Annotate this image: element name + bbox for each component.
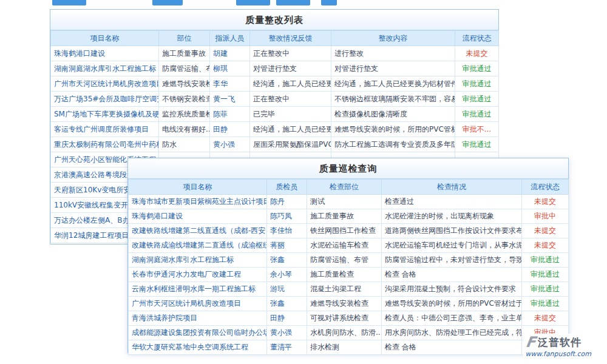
data-cell: 余小琴	[267, 268, 307, 282]
data-cell: 对管进行垫支	[250, 61, 331, 76]
data-cell: 难燃导线安装的时候，所用的PVC管材过于软...	[331, 122, 455, 137]
table-row[interactable]: 珠海鹤港口建设陈巧凤施工质量事故水泥砼灌注的时候，出现离析现象审批中	[129, 209, 569, 224]
fanpu-logo: F 泛普软件 www.fanpusoft.com	[523, 334, 594, 359]
data-cell: 柳琪	[210, 61, 250, 76]
status-cell: 审批中	[522, 209, 569, 224]
table-row[interactable]: 湖南洞庭湖水库引水工程施工标张鑫防腐管运输、布管防腐管运输过程中，未对管进行垫支…	[129, 253, 569, 268]
inspection-table: 项目名称质检员检查部位检查情况流程状态 珠海市城市更新项目紫榈苑业主点设计项目陈…	[128, 179, 569, 355]
data-cell: 防水工程施工选调有专业资质及多年防水工程...	[331, 137, 455, 152]
table-row[interactable]: 客运专线广州调度所装修项目电线没有捆好...田静经沟通，施工人员已经更换...难…	[51, 122, 499, 137]
table-row[interactable]: 广州市天河区统计局机房改造项目张鑫难燃导线安装检查难燃导线安装的时候，所用的PV…	[129, 297, 569, 311]
data-cell: 水泥砼灌注的时候，出现离析现象	[382, 209, 522, 224]
data-cell: 水泥砼运输车检查	[307, 238, 382, 253]
column-header: 部位	[159, 31, 210, 46]
data-cell: 道路两侧铁丝网围挡工作按设计文件要求布置...	[382, 224, 522, 238]
data-cell: 董清平	[267, 340, 307, 355]
table-row[interactable]: 成都能源建设集团投资有限公司临时办公场所黄小强水机房间防水、防滑...用水房间防…	[129, 326, 569, 340]
data-cell: 测试	[307, 195, 382, 209]
inspection-window-title: 质量巡检查询	[128, 158, 568, 179]
table-row[interactable]: 改建铁路成渝线增建第二直通线（成渝枢纽）蒋丽水泥砼运输车检查水泥砼运输车司机经过…	[129, 238, 569, 253]
status-cell: 审批通过	[455, 107, 499, 122]
project-name-cell[interactable]: 改建铁路成渝线增建第二直通线（成渝枢纽）	[129, 238, 267, 253]
data-cell: 游玩	[267, 282, 307, 297]
column-header: 流程状态	[455, 31, 499, 46]
data-cell: 排水检测	[307, 340, 382, 355]
table-row[interactable]: 广州市天河区统计局机房改造项目难燃导线安装检查李华经沟通，施工人员已经更换...…	[51, 76, 499, 92]
table-row[interactable]: 万达广场35#会所及咖啡厅空调安装工程不锈钢安装检查黄一飞正在整改中不锈钢边框玻…	[51, 92, 499, 107]
project-name-cell[interactable]: 长春市伊通河水力发电厂改建工程	[129, 268, 267, 282]
project-name-cell[interactable]: 万达广场35#会所及咖啡厅空调安装工程	[51, 92, 159, 107]
table-row[interactable]: 改建铁路线增建第二线直通线（成都-西安）电...李佳怡铁丝网围挡工作检查道路两侧…	[129, 224, 569, 238]
data-cell: 不锈钢边框玻璃隔断安装不牢固，容易松动且...	[331, 92, 455, 107]
project-name-cell[interactable]: 重庆太极制药有限公司亳州中药材仓储...	[51, 137, 159, 152]
inspection-query-window: 质量巡检查询 项目名称质检员检查部位检查情况流程状态 珠海市城市更新项目紫榈苑业…	[127, 158, 569, 353]
status-cell: 未提交	[522, 311, 569, 326]
data-cell: 难燃导线安装的时候，所用的PVC管材过于软...	[382, 297, 522, 311]
logo-url[interactable]: www.fanpusoft.com	[526, 350, 591, 358]
data-cell: 检查摄像机图像清晰度	[331, 107, 455, 122]
data-cell: 进行整改	[331, 46, 455, 61]
toolbar-button-fragment[interactable]	[52, 0, 86, 5]
toolbar-button-fragment[interactable]	[236, 0, 270, 5]
data-cell: 经沟通，施工人员已经更换...	[250, 122, 331, 137]
table-row[interactable]: 珠海市城市更新项目紫榈苑业主点设计项目陈丹测试检查通过未提交	[129, 195, 569, 209]
toolbar-button-fragment[interactable]	[152, 0, 183, 5]
table-row[interactable]: 长春市伊通河水力发电厂改建工程余小琴施工质量检查检查 合格审批通过	[129, 268, 569, 282]
project-name-cell[interactable]: 珠海鹤港口建设	[51, 46, 159, 61]
table-row[interactable]: 珠海鹤港口建设施工质量事故胡建正在整改中进行整改未提交	[51, 46, 499, 61]
toolbar-button-fragment[interactable]	[321, 0, 337, 5]
project-name-cell[interactable]: 湖南洞庭湖水库引水工程施工标	[129, 253, 267, 268]
project-name-cell[interactable]: 云南水利枢纽潜明水库一期工程施工标	[129, 282, 267, 297]
data-cell: 施工质量事故	[307, 209, 382, 224]
status-cell: 审批通过	[522, 282, 569, 297]
data-cell: 电线没有捆好...	[159, 122, 210, 137]
data-cell: 黄小强	[210, 137, 250, 152]
status-cell: 未提交	[522, 224, 569, 238]
column-header: 指派人员	[210, 31, 250, 46]
project-name-cell[interactable]: 青海洪城养护院项目	[129, 311, 267, 326]
project-name-cell[interactable]: 客运专线广州调度所装修项目	[51, 122, 159, 137]
logo-f-icon: F	[524, 335, 537, 349]
table-row[interactable]: 青海洪城养护院项目田静可视对讲系统检查检查人员：中德公司王彦强、李奇，业主单位.…	[129, 311, 569, 326]
data-cell: 防腐管运输过程中，未对管进行垫支，导致管...	[382, 253, 522, 268]
column-header: 项目名称	[51, 31, 159, 46]
status-cell: 审批通过	[455, 61, 499, 76]
data-cell: 水泥砼运输车司机经过专门培训，从事水泥罐...	[382, 238, 522, 253]
rectification-window-title: 质量整改列表	[50, 10, 498, 30]
project-name-cell[interactable]: 成都能源建设集团投资有限公司临时办公场所	[129, 326, 267, 340]
table-row[interactable]: 重庆太极制药有限公司亳州中药材仓储...防水黄小强屋面采用聚氨酯保温PVC卷材.…	[51, 137, 499, 152]
data-cell: 屋面采用聚氨酯保温PVC卷材...	[250, 137, 331, 152]
status-cell: 审批通过	[522, 268, 569, 282]
table-row[interactable]: 华软大厦研究基地中央空调系统工程董清平排水检测检查 合格审批通过	[129, 340, 569, 355]
project-name-cell[interactable]: 广州市天河区统计局机房改造项目	[51, 76, 159, 92]
project-name-cell[interactable]: 改建铁路线增建第二线直通线（成都-西安）电...	[129, 224, 267, 238]
status-cell: 未提交	[522, 195, 569, 209]
project-name-cell[interactable]: 珠海鹤港口建设	[129, 209, 267, 224]
data-cell: 张鑫	[267, 253, 307, 268]
status-cell: 审批通过	[455, 137, 499, 152]
data-cell: 检查人员：中德公司王彦强、李奇，业主单位...	[382, 311, 522, 326]
data-cell: 张鑫	[267, 297, 307, 311]
project-name-cell[interactable]: 湖南洞庭湖水库引水工程施工标	[51, 61, 159, 76]
data-cell: 经沟通，施工人员已经更换为铝材管件。	[331, 76, 455, 92]
project-name-cell[interactable]: 广州市天河区统计局机房改造项目	[129, 297, 267, 311]
toolbar-button-fragment[interactable]	[276, 0, 310, 5]
column-header: 检查部位	[307, 180, 382, 195]
column-header: 整改内容	[331, 31, 455, 46]
project-name-cell[interactable]: 珠海市城市更新项目紫榈苑业主点设计项目	[129, 195, 267, 209]
data-cell: 混凝土沟渠工程	[307, 282, 382, 297]
data-cell: 经沟通，施工人员已经更换...	[250, 76, 331, 92]
data-cell: 陈巧凤	[267, 209, 307, 224]
data-cell: 正在整改中	[250, 92, 331, 107]
status-cell: 审批不...	[455, 122, 499, 137]
table-row[interactable]: 云南水利枢纽潜明水库一期工程施工标游玩混凝土沟渠工程沟渠采用混凝土预制，符合设计…	[129, 282, 569, 297]
project-name-cell[interactable]: SM广场地下车库更换摄像机及硬盘项目	[51, 107, 159, 122]
data-cell: 陈丹	[267, 195, 307, 209]
rectification-header-row: 项目名称部位指派人员整改情况反馈整改内容流程状态	[51, 31, 499, 46]
project-name-cell[interactable]: 华软大厦研究基地中央空调系统工程	[129, 340, 267, 355]
table-row[interactable]: SM广场地下车库更换摄像机及硬盘项目监控系统质量检查陈菲已完毕检查摄像机图像清晰…	[51, 107, 499, 122]
column-header: 项目名称	[129, 180, 267, 195]
status-cell: 审批通过	[455, 76, 499, 92]
table-row[interactable]: 湖南洞庭湖水库引水工程施工标防腐管运输、布管柳琪对管进行垫支对管进行垫支审批通过	[51, 61, 499, 76]
data-cell: 检查 合格	[382, 340, 522, 355]
